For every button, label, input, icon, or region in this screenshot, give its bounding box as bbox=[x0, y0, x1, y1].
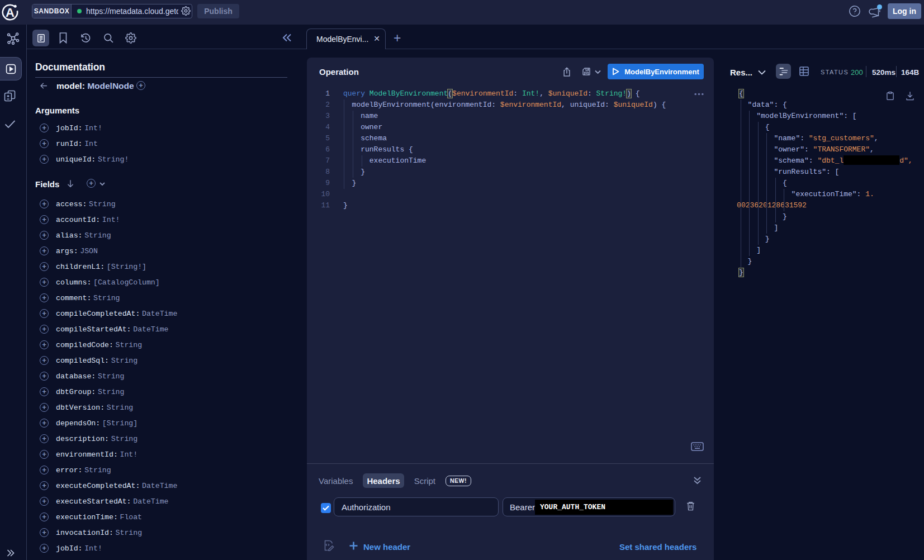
svg-text:A: A bbox=[6, 6, 15, 20]
